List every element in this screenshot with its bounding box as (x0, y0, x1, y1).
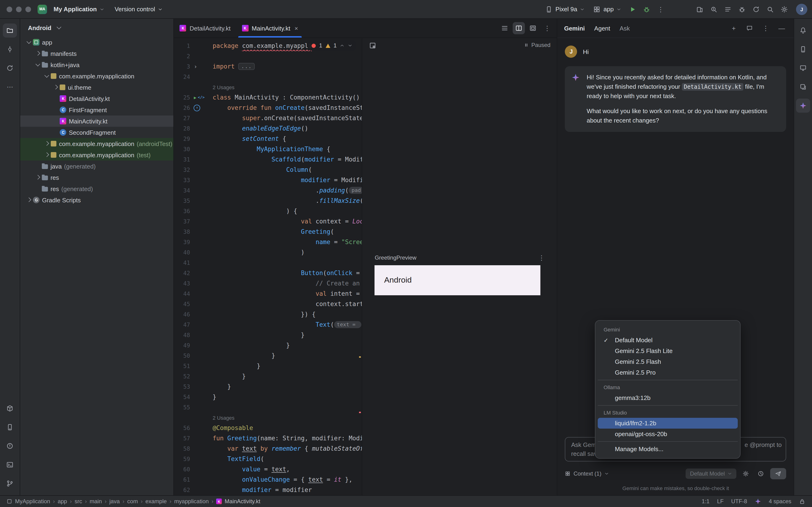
code-line[interactable]: 26↑ override fun onCreate(savedInstanceS… (174, 103, 362, 113)
app-insights-tool-button[interactable] (796, 80, 810, 94)
project-view-selector[interactable]: Android (20, 19, 173, 37)
folded-region-gutter-icon[interactable]: › (194, 61, 197, 72)
folded-imports-chip[interactable]: ... (239, 63, 255, 70)
code-line[interactable]: 31 Scaffold(modifier = Modif (174, 155, 362, 165)
version-control-tool-button[interactable] (3, 476, 17, 491)
code-line[interactable]: 59 TextField( (174, 454, 362, 464)
user-avatar[interactable]: J (796, 3, 807, 15)
code-line[interactable]: 3›import ... (174, 61, 362, 72)
previous-problem-button[interactable] (340, 43, 345, 48)
run-gutter-icon[interactable]: ▶ (194, 93, 196, 103)
device-manager-tool-button[interactable] (3, 420, 17, 434)
code-line[interactable]: 41 (174, 258, 362, 268)
model-option[interactable]: liquid/lfm2-1.2b (598, 418, 738, 429)
code-line[interactable]: 34 .padding(pad (174, 185, 362, 196)
code-line[interactable]: 30 MyApplicationTheme { (174, 144, 362, 155)
gemini-status-icon[interactable] (755, 498, 761, 505)
code-line[interactable]: 35 .fillMaxSize( (174, 196, 362, 206)
terminal-tool-button[interactable] (3, 458, 17, 472)
inspections-button[interactable] (708, 3, 720, 15)
running-devices-tool-button[interactable] (796, 61, 810, 75)
breadcrumb-item[interactable]: java (109, 498, 120, 505)
code-line[interactable]: 46 }) { (174, 309, 362, 320)
code-line[interactable]: 39 name = "Scree (174, 237, 362, 247)
code-line[interactable]: 52 } (174, 371, 362, 382)
tree-item[interactable]: res (generated) (20, 183, 173, 194)
tree-item[interactable]: app (20, 37, 173, 48)
code-view-button[interactable] (499, 22, 511, 34)
caret-position[interactable]: 1:1 (702, 498, 710, 505)
tree-item[interactable]: com.example.myapplication (20, 70, 173, 82)
live-edit-status[interactable]: Paused (523, 42, 551, 48)
preview-mode-icon[interactable] (369, 42, 376, 49)
device-selector[interactable]: Pixel 9a (541, 3, 589, 15)
build-tool-button[interactable] (3, 401, 17, 415)
editor-tab[interactable]: KDetailActivity.kt (174, 19, 236, 38)
debug-button[interactable] (736, 3, 748, 15)
add-chat-button[interactable]: + (728, 22, 740, 34)
code-line[interactable]: 37 val context = Loc (174, 216, 362, 227)
editor-tab[interactable]: KMainActivity.kt× (236, 19, 304, 38)
code-line[interactable]: 38 Greeting( (174, 227, 362, 237)
gemini-settings-button[interactable] (740, 468, 752, 479)
settings-button[interactable] (778, 3, 791, 15)
tree-item[interactable]: com.example.myapplication (androidTest) (20, 138, 173, 149)
code-line[interactable]: 45 context.start (174, 299, 362, 309)
code-line[interactable]: 54} (174, 392, 362, 402)
line-separator[interactable]: LF (717, 498, 724, 505)
code-line[interactable]: 29 setContent { (174, 134, 362, 144)
tree-item[interactable]: CFirstFragment (20, 104, 173, 115)
usages-inlay-hint[interactable]: 2 Usages (174, 413, 362, 423)
history-button[interactable] (755, 468, 767, 479)
device-manager-tool-button[interactable] (796, 42, 810, 56)
code-line[interactable]: 42 Button(onClick = (174, 268, 362, 278)
tree-item[interactable]: com.example.myapplication (test) (20, 149, 173, 161)
preview-options-button[interactable]: ⋮ (538, 254, 545, 262)
code-line[interactable]: 51 } (174, 361, 362, 371)
commit-tool-button[interactable] (3, 42, 17, 56)
tree-item[interactable]: manifests (20, 48, 173, 59)
zoom-window-button[interactable] (26, 6, 31, 12)
code-line[interactable]: 58 var text by remember { mutableStateOf (174, 444, 362, 454)
tree-item[interactable]: ui.theme (20, 82, 173, 93)
code-line[interactable]: 40 ) (174, 247, 362, 258)
minimize-window-button[interactable] (16, 6, 21, 12)
more-vertical-button[interactable]: ⋮ (541, 22, 553, 34)
design-view-button[interactable] (527, 22, 539, 34)
sync-tool-button[interactable] (3, 61, 17, 75)
chat-history-button[interactable] (744, 22, 755, 34)
code-line[interactable]: 50 } (174, 351, 362, 361)
tree-item[interactable]: KDetailActivity.kt (20, 93, 173, 104)
search-everywhere-button[interactable] (764, 3, 776, 15)
model-option[interactable]: Gemini 2.5 Pro (598, 367, 738, 378)
run-button[interactable] (626, 3, 639, 16)
indent-setting[interactable]: 4 spaces (769, 498, 791, 505)
code-line[interactable]: 24 (174, 72, 362, 82)
gemini-tab-agent[interactable]: Agent (594, 25, 610, 32)
breadcrumb-item[interactable]: example (145, 498, 167, 505)
code-line[interactable]: 43 // Create an (174, 278, 362, 289)
code-line[interactable]: 44 val intent = (174, 289, 362, 299)
project-folder-tool-button[interactable] (3, 23, 17, 38)
code-tag-gutter-icon[interactable]: </> (198, 93, 205, 103)
code-line[interactable]: 47 Text(text = " (174, 320, 362, 330)
code-line[interactable]: 60 value = text, (174, 464, 362, 474)
pair-devices-button[interactable] (694, 3, 706, 15)
problems-tool-button[interactable] (3, 439, 17, 453)
breadcrumb-item[interactable]: src (74, 498, 82, 505)
code-line[interactable]: 61 onValueChange = { text = it }, (174, 474, 362, 485)
send-button[interactable] (770, 468, 786, 479)
code-line[interactable]: 28 enableEdgeToEdge() (174, 123, 362, 134)
code-line[interactable]: 33 modifier = Modifi (174, 175, 362, 185)
model-option[interactable]: Gemini 2.5 Flash Lite (598, 345, 738, 356)
sync-button[interactable] (750, 3, 762, 15)
code-line[interactable]: 2 (174, 51, 362, 61)
code-line[interactable]: 27 super.onCreate(savedInstanceState (174, 113, 362, 123)
override-gutter-icon[interactable]: ↑ (194, 105, 200, 111)
breadcrumb-item[interactable]: app (58, 498, 67, 505)
model-selector[interactable]: Default Model (686, 468, 737, 479)
tree-item[interactable]: KMainActivity.kt (20, 115, 173, 127)
gemini-tab-ask[interactable]: Ask (620, 25, 630, 32)
code-line[interactable]: 55 (174, 402, 362, 413)
task-list-button[interactable] (722, 3, 734, 15)
